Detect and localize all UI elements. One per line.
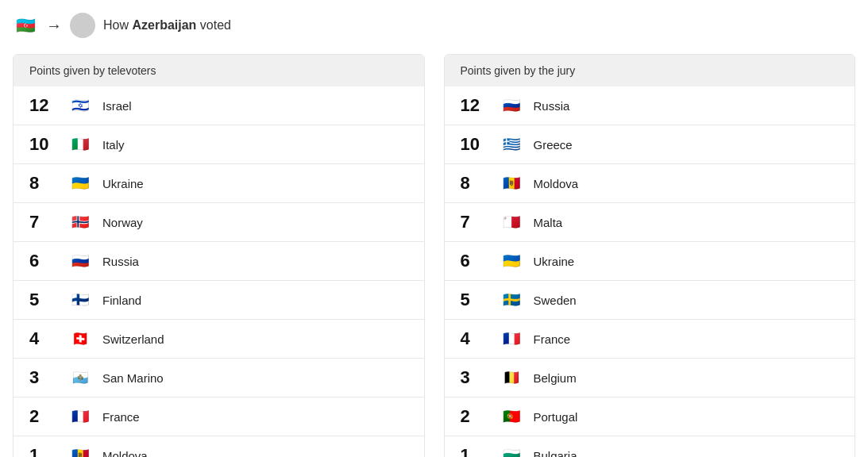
country-flag-icon: 🇮🇱: [69, 94, 91, 117]
country-name: Norway: [102, 216, 143, 229]
table-row: 2🇫🇷France: [14, 397, 424, 436]
country-flag-icon: 🇷🇺: [69, 250, 91, 272]
country-flag-icon: 🇳🇴: [69, 211, 91, 233]
country-name: Belgium: [534, 371, 577, 385]
panels-container: Points given by televoters 12🇮🇱Israel10🇮…: [13, 54, 855, 457]
table-row: 4🇫🇷France: [445, 319, 855, 358]
country-flag-icon: 🇷🇺: [500, 94, 523, 117]
televoters-list: 12🇮🇱Israel10🇮🇹Italy8🇺🇦Ukraine7🇳🇴Norway6🇷…: [14, 86, 424, 457]
country-name: Greece: [534, 138, 573, 152]
country-name: Israel: [102, 99, 132, 113]
table-row: 3🇧🇪Belgium: [445, 358, 855, 397]
table-row: 6🇷🇺Russia: [14, 241, 424, 280]
country-flag-icon: 🇧🇬: [500, 444, 523, 457]
table-row: 5🇫🇮Finland: [14, 280, 424, 319]
table-row: 8🇺🇦Ukraine: [14, 163, 424, 202]
header-text: How Azerbaijan voted: [103, 18, 231, 33]
table-row: 7🇳🇴Norway: [14, 202, 424, 241]
to-flag-placeholder: [70, 13, 95, 38]
table-row: 10🇮🇹Italy: [14, 125, 424, 163]
points-value: 2: [461, 406, 489, 427]
points-value: 1: [461, 445, 489, 457]
points-value: 8: [461, 173, 489, 194]
country-name: Italy: [102, 138, 125, 152]
points-value: 10: [29, 134, 58, 155]
table-row: 2🇵🇹Portugal: [445, 397, 855, 436]
points-value: 8: [29, 173, 58, 194]
table-row: 6🇺🇦Ukraine: [445, 241, 855, 280]
country-name: Malta: [534, 216, 563, 229]
points-value: 7: [29, 212, 58, 232]
jury-list: 12🇷🇺Russia10🇬🇷Greece8🇲🇩Moldova7🇲🇹Malta6🇺…: [445, 86, 855, 457]
table-row: 10🇬🇷Greece: [445, 125, 855, 163]
country-name: San Marino: [102, 371, 164, 385]
points-value: 3: [29, 367, 58, 388]
country-name: France: [534, 332, 571, 346]
country-flag-icon: 🇸🇪: [500, 289, 523, 311]
country-flag-icon: 🇵🇹: [500, 405, 523, 428]
points-value: 7: [461, 212, 489, 232]
table-row: 3🇸🇲San Marino: [14, 358, 424, 397]
country-flag-icon: 🇮🇹: [69, 133, 91, 156]
country-flag-icon: 🇨🇭: [69, 328, 91, 350]
table-row: 8🇲🇩Moldova: [445, 163, 855, 202]
televoters-panel: Points given by televoters 12🇮🇱Israel10🇮…: [13, 54, 425, 457]
country-name: Finland: [102, 294, 141, 307]
table-row: 12🇷🇺Russia: [445, 86, 855, 125]
points-value: 4: [461, 328, 489, 349]
points-value: 3: [461, 367, 489, 388]
country-flag-icon: 🇺🇦: [69, 172, 91, 194]
country-flag-icon: 🇫🇷: [69, 405, 91, 428]
from-flag-icon: 🇦🇿: [13, 13, 38, 38]
jury-header: Points given by the jury: [445, 55, 855, 86]
points-value: 12: [461, 95, 489, 116]
country-flag-icon: 🇧🇪: [500, 367, 523, 389]
country-name: Moldova: [534, 177, 579, 190]
country-name: Russia: [534, 99, 570, 113]
country-flag-icon: 🇫🇷: [500, 328, 523, 350]
country-flag-icon: 🇺🇦: [500, 250, 523, 272]
country-name: Portugal: [534, 410, 578, 424]
table-row: 1🇲🇩Moldova: [14, 436, 424, 457]
header: 🇦🇿 → How Azerbaijan voted: [13, 13, 855, 38]
country-name: France: [102, 410, 140, 424]
table-row: 1🇧🇬Bulgaria: [445, 436, 855, 457]
country-flag-icon: 🇬🇷: [500, 133, 523, 156]
country-name: Sweden: [534, 294, 577, 307]
country-flag-icon: 🇫🇮: [69, 289, 91, 311]
country-flag-icon: 🇲🇹: [500, 211, 523, 233]
points-value: 6: [29, 251, 58, 271]
table-row: 4🇨🇭Switzerland: [14, 319, 424, 358]
table-row: 5🇸🇪Sweden: [445, 280, 855, 319]
points-value: 6: [461, 251, 489, 271]
points-value: 5: [29, 290, 58, 310]
table-row: 7🇲🇹Malta: [445, 202, 855, 241]
points-value: 4: [29, 328, 58, 349]
table-row: 12🇮🇱Israel: [14, 86, 424, 125]
country-flag-icon: 🇲🇩: [69, 444, 91, 457]
country-flag-icon: 🇸🇲: [69, 367, 91, 389]
country-flag-icon: 🇲🇩: [500, 172, 523, 194]
points-value: 1: [29, 445, 58, 457]
country-name: Ukraine: [534, 255, 575, 268]
televoters-header: Points given by televoters: [14, 55, 424, 86]
country-name: Russia: [102, 255, 139, 268]
country-name: Moldova: [102, 449, 148, 458]
points-value: 10: [461, 134, 489, 155]
country-name: Bulgaria: [534, 449, 577, 458]
country-name: Switzerland: [102, 332, 164, 346]
jury-panel: Points given by the jury 12🇷🇺Russia10🇬🇷G…: [444, 54, 856, 457]
country-name: Ukraine: [102, 177, 144, 190]
arrow-icon: →: [46, 17, 62, 35]
points-value: 2: [29, 406, 58, 427]
points-value: 12: [29, 95, 58, 116]
points-value: 5: [461, 290, 489, 310]
